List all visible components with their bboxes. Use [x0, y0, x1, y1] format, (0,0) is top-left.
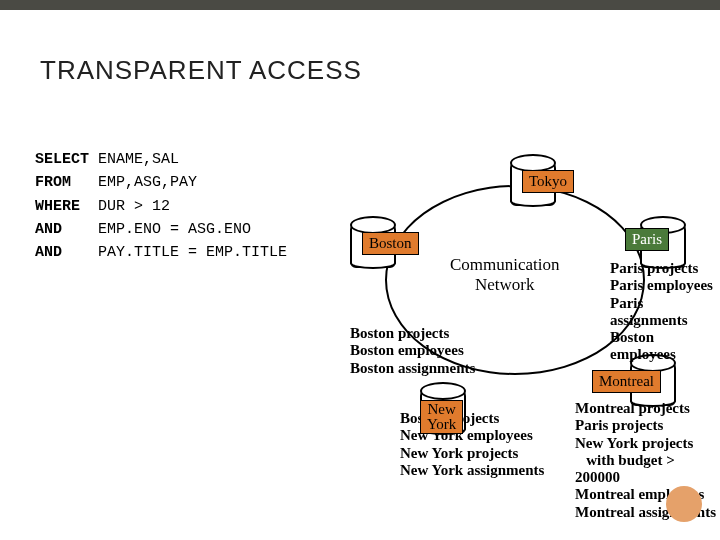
- montreal-data-4: with budget > 200000: [575, 452, 720, 487]
- boston-node: Boston: [362, 232, 419, 255]
- montreal-data-3: New York projects: [575, 435, 720, 452]
- tokyo-node: Tokyo: [522, 170, 574, 193]
- slide-top-bar: [0, 0, 720, 10]
- sql-and2-val: PAY.TITLE = EMP.TITLE: [62, 244, 287, 261]
- sql-where-kw: WHERE: [35, 198, 80, 215]
- sql-from-kw: FROM: [35, 174, 71, 191]
- network-label-l2: Network: [450, 275, 560, 295]
- montreal-data-1: Montreal projects: [575, 400, 720, 417]
- sql-select-val: ENAME,SAL: [89, 151, 179, 168]
- page-number-circle: [666, 486, 702, 522]
- slide-title: TRANSPARENT ACCESS: [40, 55, 362, 86]
- boston-data-list: Boston projects Boston employees Boston …: [350, 325, 475, 377]
- paris-node: Paris: [625, 228, 669, 251]
- paris-data-4: Boston employees: [610, 329, 720, 364]
- paris-data-2: Paris employees: [610, 277, 720, 294]
- sql-select-kw: SELECT: [35, 151, 89, 168]
- network-label: Communication Network: [450, 255, 560, 296]
- sql-and1-val: EMP.ENO = ASG.ENO: [62, 221, 251, 238]
- sql-and1-kw: AND: [35, 221, 62, 238]
- ny-data-4: New York assignments: [400, 462, 544, 479]
- newyork-node: New York: [420, 400, 463, 434]
- boston-data-3: Boston assignments: [350, 360, 475, 377]
- sql-where-val: DUR > 12: [80, 198, 170, 215]
- network-label-l1: Communication: [450, 255, 560, 275]
- paris-data-1: Paris projects: [610, 260, 720, 277]
- newyork-node-l1: New: [427, 402, 456, 417]
- sql-and2-kw: AND: [35, 244, 62, 261]
- sql-query-block: SELECT ENAME,SAL FROM EMP,ASG,PAY WHERE …: [35, 148, 287, 264]
- paris-data-3: Paris assignments: [610, 295, 720, 330]
- sql-from-val: EMP,ASG,PAY: [71, 174, 197, 191]
- boston-data-2: Boston employees: [350, 342, 475, 359]
- paris-data-list: Paris projects Paris employees Paris ass…: [610, 260, 720, 364]
- montreal-node: Montreal: [592, 370, 661, 393]
- newyork-node-l2: York: [427, 417, 456, 432]
- montreal-data-2: Paris projects: [575, 417, 720, 434]
- ny-data-3: New York projects: [400, 445, 544, 462]
- boston-data-1: Boston projects: [350, 325, 475, 342]
